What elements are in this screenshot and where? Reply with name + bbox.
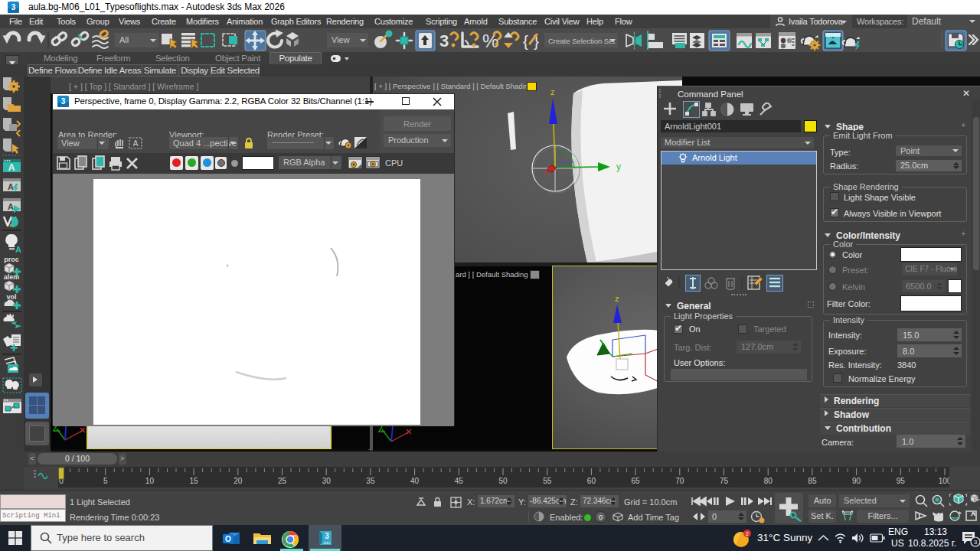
svg-text:95: 95 xyxy=(897,477,906,485)
svg-text:3: 3 xyxy=(325,532,329,540)
svg-text:A: A xyxy=(133,139,139,148)
svg-text:%: % xyxy=(482,31,498,51)
svg-text:50: 50 xyxy=(498,477,508,485)
svg-text:90: 90 xyxy=(852,477,861,485)
svg-text:75: 75 xyxy=(720,477,729,485)
svg-text:{: { xyxy=(523,32,528,50)
svg-text:5: 5 xyxy=(103,477,108,485)
svg-text:A: A xyxy=(15,245,21,254)
svg-text:A: A xyxy=(8,182,14,191)
svg-text:70: 70 xyxy=(675,477,684,485)
svg-text:100: 100 xyxy=(939,477,949,485)
svg-text:y: y xyxy=(616,161,621,172)
svg-text:O: O xyxy=(225,535,231,543)
svg-text:40: 40 xyxy=(410,477,420,485)
svg-text:60: 60 xyxy=(587,477,596,485)
svg-text:3: 3 xyxy=(11,3,16,11)
svg-text:15: 15 xyxy=(190,477,199,485)
svg-text:20: 20 xyxy=(234,477,243,485)
svg-text:35: 35 xyxy=(366,477,375,485)
svg-text:z: z xyxy=(615,294,619,303)
svg-text:A: A xyxy=(8,202,14,211)
svg-text:alem: alem xyxy=(4,273,20,281)
svg-text:55: 55 xyxy=(543,477,552,485)
svg-text:25: 25 xyxy=(278,477,287,485)
svg-text:30: 30 xyxy=(322,477,332,485)
svg-text:A: A xyxy=(8,162,15,173)
svg-text:proc: proc xyxy=(4,256,19,263)
svg-text:vol: vol xyxy=(6,293,16,301)
svg-text:3: 3 xyxy=(439,31,449,51)
svg-text:MAX: MAX xyxy=(323,541,331,545)
svg-text:45: 45 xyxy=(455,477,464,485)
svg-text:2: 2 xyxy=(746,531,749,536)
svg-text:85: 85 xyxy=(808,477,817,485)
svg-text:z: z xyxy=(550,87,555,96)
svg-text:3: 3 xyxy=(974,539,978,546)
svg-text:3: 3 xyxy=(61,97,66,106)
svg-text:80: 80 xyxy=(764,477,773,485)
svg-text:65: 65 xyxy=(632,477,641,485)
svg-text:10: 10 xyxy=(145,477,155,485)
